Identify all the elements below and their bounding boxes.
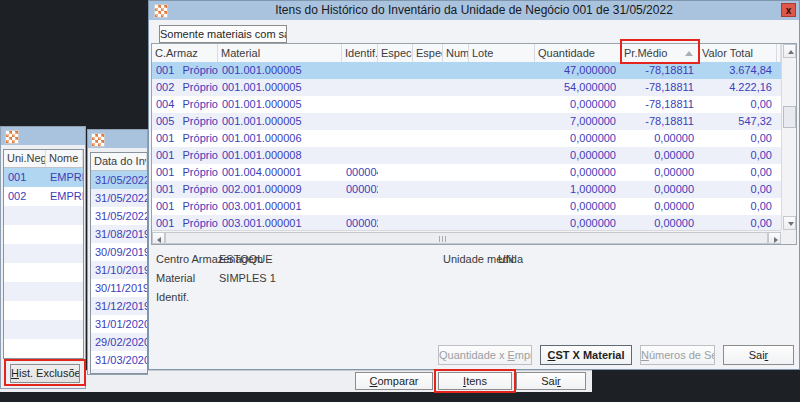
cell-especif3 bbox=[413, 113, 443, 130]
grid-column-header-especif2[interactable]: Especif2 bbox=[378, 44, 413, 62]
inventory-date-row[interactable]: 31/12/2019 bbox=[91, 297, 147, 315]
hist-exclusoes-button[interactable]: Hist. Exclusões bbox=[10, 364, 80, 383]
cst-x-material-button[interactable]: CST X Material bbox=[540, 345, 632, 365]
grid-row[interactable]: 005Próprio001.001.0000057,000000-78,1881… bbox=[152, 113, 781, 130]
cell-quantidade: 0,000000 bbox=[535, 147, 621, 164]
cell-carmaz: 001Próprio bbox=[152, 62, 218, 79]
inventory-date-row[interactable]: 31/01/2020 bbox=[91, 315, 147, 333]
cell-valor-total: 0,00 bbox=[699, 147, 777, 164]
scroll-right-icon[interactable] bbox=[768, 232, 781, 244]
cell-quantidade: 0,000000 bbox=[535, 198, 621, 215]
cell-identif bbox=[342, 113, 378, 130]
grid-row[interactable]: 001Próprio002.001.0000090000021,0000000,… bbox=[152, 181, 781, 198]
cell-quantidade: 0,000000 bbox=[535, 164, 621, 181]
cell-quantidade: 0,000000 bbox=[535, 215, 621, 230]
grid-column-header-num[interactable]: Num bbox=[443, 44, 469, 62]
business-unit-row[interactable]: 001EMPRESA bbox=[4, 168, 83, 187]
grid-column-header-valor-total[interactable]: Valor Total bbox=[699, 44, 777, 62]
app-icon bbox=[5, 130, 19, 144]
sair-dialog-button[interactable]: Sair bbox=[723, 345, 794, 365]
inventory-date-row[interactable]: 30/04/2020 bbox=[91, 369, 147, 374]
grid-column-header-lote[interactable]: Lote bbox=[469, 44, 535, 62]
inventory-date-row[interactable]: 31/05/2022 bbox=[91, 171, 147, 189]
numeros-de-serie-button[interactable]: Números de Série bbox=[640, 345, 715, 365]
cell-quantidade: 0,000000 bbox=[535, 130, 621, 147]
business-unit-row[interactable]: 002EMPRESA bbox=[4, 187, 83, 206]
inventory-date-row[interactable]: 31/03/2020 bbox=[91, 351, 147, 369]
cell-material: 001.001.000005 bbox=[218, 62, 342, 79]
horizontal-scroll-thumb[interactable] bbox=[165, 232, 768, 244]
cell-identif: 000002 bbox=[342, 181, 378, 198]
cell-lote bbox=[469, 198, 535, 215]
horizontal-scrollbar[interactable] bbox=[152, 230, 781, 244]
cell-especif2 bbox=[378, 113, 413, 130]
cell-especif2 bbox=[378, 130, 413, 147]
grid-column-header-material[interactable]: Material bbox=[218, 44, 342, 62]
inventory-grid[interactable]: C.ArmazMaterialIdentif.Especif2Especif3N… bbox=[151, 43, 797, 245]
cell-especif2 bbox=[378, 181, 413, 198]
comparar-button[interactable]: Comparar bbox=[355, 372, 433, 390]
grid-header-row: C.ArmazMaterialIdentif.Especif2Especif3N… bbox=[152, 44, 781, 63]
grid-row[interactable]: 001Próprio001.001.00000547,000000-78,188… bbox=[152, 62, 781, 79]
grid-row[interactable]: 001Próprio001.001.0000080,0000000,000000… bbox=[152, 147, 781, 164]
sair-bottom-button[interactable]: Sair bbox=[516, 372, 586, 390]
cell-pr-medio: 0,00000 bbox=[621, 215, 699, 230]
cell-num bbox=[443, 130, 469, 147]
inventory-date-row[interactable]: 30/09/2019 bbox=[91, 243, 147, 261]
cell-data-inventario: 31/05/2022 bbox=[91, 207, 147, 225]
vertical-scroll-thumb[interactable] bbox=[783, 106, 796, 128]
close-icon[interactable]: x bbox=[781, 3, 796, 17]
inventory-date-row[interactable]: 31/05/2022 bbox=[91, 207, 147, 225]
cell-lote bbox=[469, 181, 535, 198]
grid-row[interactable]: 004Próprio001.001.0000050,000000-78,1881… bbox=[152, 96, 781, 113]
dialog-titlebar[interactable]: Itens do Histórico do Inventário da Unid… bbox=[149, 1, 799, 20]
business-units-list[interactable]: Uni.Negócio Nome Co 001EMPRESA002EMPRESA bbox=[3, 149, 84, 359]
cell-data-inventario: 31/12/2019 bbox=[91, 297, 147, 315]
grid-column-header-identif-[interactable]: Identif. bbox=[342, 44, 378, 62]
cell-especif3 bbox=[413, 79, 443, 96]
somente-materiais-button[interactable]: Somente materiais com saldo bbox=[159, 25, 287, 43]
cell-num bbox=[443, 62, 469, 79]
cell-uni-negocio: 001 bbox=[4, 168, 46, 187]
col-nome[interactable]: Nome Co bbox=[46, 150, 83, 167]
scroll-up-icon[interactable] bbox=[783, 44, 796, 58]
sair-bottom-label: Sai bbox=[541, 375, 557, 387]
inventory-date-row[interactable]: 31/10/2019 bbox=[91, 261, 147, 279]
cell-data-inventario: 31/03/2020 bbox=[91, 351, 147, 369]
scroll-down-icon[interactable] bbox=[783, 216, 796, 230]
grid-row[interactable]: 001Próprio001.001.0000060,0000000,000000… bbox=[152, 130, 781, 147]
cell-quantidade: 7,000000 bbox=[535, 113, 621, 130]
cell-data-inventario: 31/10/2019 bbox=[91, 261, 147, 279]
grid-row[interactable]: 001Próprio003.001.0000010000020,0000000,… bbox=[152, 215, 781, 230]
cell-lote bbox=[469, 215, 535, 230]
inventory-dates-list[interactable]: Data do Inventá 31/05/202231/05/202231/0… bbox=[90, 152, 148, 374]
inventory-date-row[interactable]: 31/05/2022 bbox=[91, 189, 147, 207]
identif-label: Identif. bbox=[156, 291, 189, 303]
grid-row[interactable]: 001Próprio001.004.0000010000040,0000000,… bbox=[152, 164, 781, 181]
quantidade-x-empresas-button[interactable]: Quantidade x Empresas bbox=[438, 345, 532, 365]
grid-column-header-pr-m-dio[interactable]: Pr.Médio bbox=[621, 44, 699, 62]
cell-num bbox=[443, 113, 469, 130]
empty-row bbox=[4, 339, 83, 358]
cell-especif3 bbox=[413, 62, 443, 79]
itens-button[interactable]: Itens bbox=[438, 372, 512, 390]
col-uni-negocio[interactable]: Uni.Negócio bbox=[4, 150, 46, 167]
cell-pr-medio: -78,18811 bbox=[621, 96, 699, 113]
cell-carmaz: 001Próprio bbox=[152, 181, 218, 198]
cell-carmaz: 001Próprio bbox=[152, 215, 218, 230]
inventory-date-row[interactable]: 29/02/2020 bbox=[91, 333, 147, 351]
inventory-date-row[interactable]: 30/11/2019 bbox=[91, 279, 147, 297]
grid-column-header-especif3[interactable]: Especif3 bbox=[413, 44, 443, 62]
vertical-scrollbar[interactable] bbox=[781, 44, 796, 230]
material-label: Material bbox=[156, 272, 195, 284]
grid-row[interactable]: 001Próprio003.001.0000010,0000000,000000… bbox=[152, 198, 781, 215]
grid-row[interactable]: 002Próprio001.001.00000554,000000-78,188… bbox=[152, 79, 781, 96]
cell-lote bbox=[469, 62, 535, 79]
col-data-inventario[interactable]: Data do Inventá bbox=[91, 153, 147, 170]
grid-column-header-c-armaz[interactable]: C.Armaz bbox=[152, 44, 218, 62]
scroll-left-icon[interactable] bbox=[152, 232, 165, 244]
grid-column-header-quantidade[interactable]: Quantidade bbox=[535, 44, 621, 62]
cell-quantidade: 54,000000 bbox=[535, 79, 621, 96]
inventory-date-row[interactable]: 31/08/2019 bbox=[91, 225, 147, 243]
cell-especif3 bbox=[413, 164, 443, 181]
